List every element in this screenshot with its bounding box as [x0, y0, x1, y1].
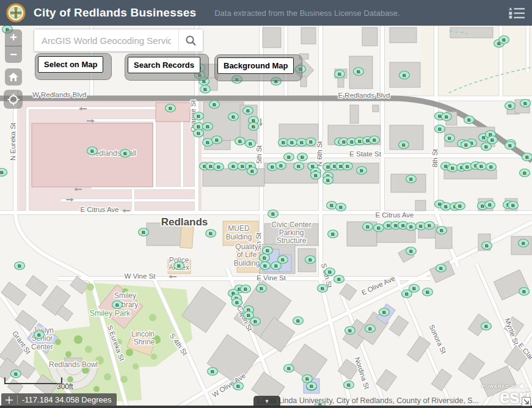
business-marker[interactable]: B: [476, 162, 487, 170]
business-marker[interactable]: B: [335, 70, 345, 78]
business-marker[interactable]: B: [399, 71, 410, 79]
business-marker[interactable]: B: [235, 137, 246, 145]
crosshair-icon[interactable]: [1, 395, 18, 404]
business-marker[interactable]: B: [343, 162, 353, 170]
business-marker[interactable]: B: [448, 164, 458, 172]
business-marker[interactable]: B: [345, 327, 355, 335]
business-marker[interactable]: B: [505, 102, 516, 110]
business-marker[interactable]: B: [455, 202, 465, 210]
business-marker[interactable]: B: [247, 167, 258, 175]
business-marker[interactable]: B: [363, 223, 373, 231]
business-marker[interactable]: B: [260, 262, 271, 270]
business-marker[interactable]: B: [203, 123, 213, 131]
business-marker[interactable]: B: [228, 113, 239, 121]
business-marker[interactable]: B: [487, 136, 498, 144]
business-marker[interactable]: B: [334, 275, 344, 283]
business-marker[interactable]: B: [508, 202, 519, 209]
business-marker[interactable]: B: [194, 112, 204, 120]
business-marker[interactable]: B: [208, 368, 218, 376]
business-marker[interactable]: B: [139, 228, 149, 236]
select-on-map-button[interactable]: Select on Map: [38, 56, 103, 73]
business-marker[interactable]: B: [233, 382, 244, 390]
business-marker[interactable]: B: [325, 268, 335, 276]
business-marker[interactable]: B: [522, 153, 532, 161]
business-marker[interactable]: B: [194, 129, 204, 137]
business-marker[interactable]: B: [482, 242, 492, 250]
search-button[interactable]: [178, 29, 203, 51]
business-marker[interactable]: B: [481, 322, 492, 330]
business-marker[interactable]: B: [0, 169, 7, 177]
business-marker[interactable]: B: [519, 239, 529, 247]
business-marker[interactable]: B: [409, 285, 420, 293]
business-marker[interactable]: B: [284, 153, 294, 161]
business-marker[interactable]: B: [311, 172, 321, 180]
business-marker[interactable]: B: [399, 141, 409, 149]
business-marker[interactable]: B: [271, 262, 282, 270]
business-marker[interactable]: B: [406, 247, 417, 255]
zoom-in-button[interactable]: +: [5, 29, 22, 46]
business-marker[interactable]: B: [520, 169, 530, 177]
business-marker[interactable]: B: [306, 138, 316, 146]
business-marker[interactable]: B: [370, 136, 380, 144]
business-marker[interactable]: B: [294, 162, 304, 170]
business-marker[interactable]: B: [365, 325, 376, 333]
business-marker[interactable]: B: [436, 264, 446, 272]
business-marker[interactable]: B: [520, 100, 531, 107]
business-marker[interactable]: B: [246, 140, 256, 148]
business-marker[interactable]: B: [297, 139, 307, 147]
search-records-button[interactable]: Search Records: [128, 57, 200, 73]
business-marker[interactable]: B: [268, 210, 279, 218]
business-marker[interactable]: B: [328, 230, 338, 238]
business-marker[interactable]: B: [200, 86, 211, 93]
business-marker[interactable]: B: [357, 167, 367, 175]
business-marker[interactable]: B: [425, 222, 435, 230]
business-marker[interactable]: B: [461, 141, 472, 149]
business-marker[interactable]: B: [174, 262, 184, 270]
business-marker[interactable]: B: [437, 227, 447, 235]
business-marker[interactable]: B: [344, 381, 354, 389]
business-marker[interactable]: B: [263, 247, 273, 255]
business-marker[interactable]: B: [276, 162, 286, 170]
business-marker[interactable]: B: [212, 136, 222, 144]
business-marker[interactable]: B: [519, 288, 530, 296]
business-marker[interactable]: B: [120, 150, 131, 158]
business-marker[interactable]: B: [243, 107, 253, 115]
business-marker[interactable]: B: [323, 177, 333, 184]
business-marker[interactable]: B: [166, 104, 176, 112]
business-marker[interactable]: B: [112, 301, 123, 309]
business-marker[interactable]: B: [293, 317, 304, 325]
business-marker[interactable]: B: [249, 123, 259, 131]
business-marker[interactable]: B: [214, 163, 224, 171]
business-marker[interactable]: B: [284, 365, 294, 373]
business-marker[interactable]: B: [406, 175, 417, 183]
locate-me-button[interactable]: [4, 90, 23, 109]
business-marker[interactable]: B: [486, 163, 497, 171]
business-marker[interactable]: B: [481, 143, 492, 151]
business-marker[interactable]: B: [257, 285, 267, 293]
business-marker[interactable]: B: [318, 285, 328, 293]
business-marker[interactable]: B: [241, 285, 251, 293]
home-extent-button[interactable]: [5, 68, 22, 86]
business-marker[interactable]: B: [287, 139, 297, 147]
business-marker[interactable]: B: [505, 142, 516, 150]
business-marker[interactable]: B: [327, 202, 337, 209]
business-marker[interactable]: B: [374, 224, 384, 232]
business-marker[interactable]: B: [442, 113, 452, 121]
business-marker[interactable]: B: [354, 68, 364, 76]
business-marker[interactable]: B: [302, 375, 313, 383]
business-marker[interactable]: B: [34, 331, 45, 339]
business-marker[interactable]: B: [423, 288, 433, 296]
business-marker[interactable]: B: [485, 201, 495, 209]
search-input[interactable]: [34, 29, 178, 51]
business-marker[interactable]: B: [445, 134, 455, 142]
business-marker[interactable]: B: [379, 308, 390, 316]
business-marker[interactable]: B: [307, 382, 317, 390]
background-map-button[interactable]: Background Map: [217, 57, 294, 74]
business-marker[interactable]: B: [11, 370, 21, 378]
business-marker[interactable]: B: [206, 230, 216, 238]
business-marker[interactable]: B: [336, 203, 346, 211]
business-marker[interactable]: B: [464, 116, 475, 124]
business-marker[interactable]: B: [297, 153, 308, 161]
business-marker[interactable]: B: [305, 256, 316, 264]
business-marker[interactable]: B: [250, 318, 261, 326]
